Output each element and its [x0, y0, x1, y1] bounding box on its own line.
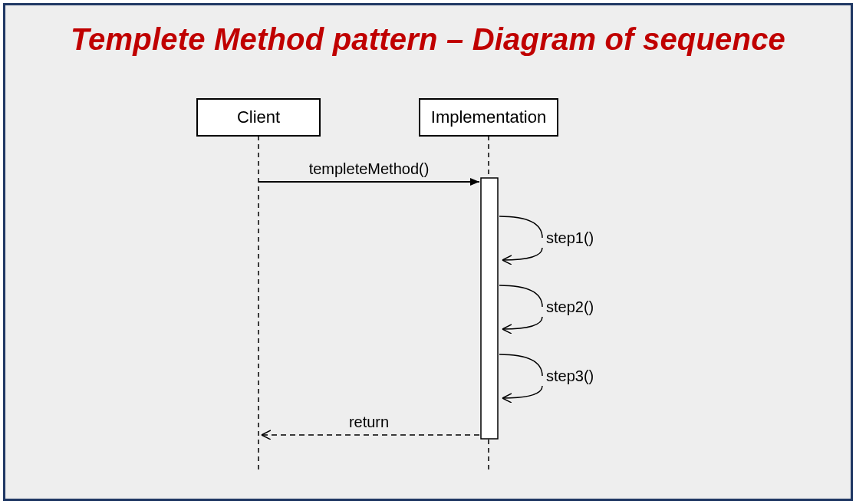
- diagram-title: Templete Method pattern – Diagram of seq…: [5, 22, 851, 57]
- sequence-diagram: Client Implementation templeteMethod() s…: [182, 97, 673, 481]
- participant-client-label: Client: [237, 107, 280, 127]
- selfcall-step1: step1(): [499, 216, 594, 260]
- selfcall-step2: step2(): [499, 285, 594, 329]
- selfcall-step3-label: step3(): [546, 367, 594, 384]
- activation-implementation: [481, 178, 498, 439]
- participant-implementation-label: Implementation: [431, 107, 546, 127]
- message-return-label: return: [349, 413, 389, 430]
- selfcall-step1-label: step1(): [546, 229, 594, 246]
- selfcall-step2-label: step2(): [546, 298, 594, 315]
- diagram-frame: Templete Method pattern – Diagram of seq…: [3, 3, 853, 501]
- message-call-label: templeteMethod(): [309, 160, 430, 177]
- selfcall-step3: step3(): [499, 354, 594, 398]
